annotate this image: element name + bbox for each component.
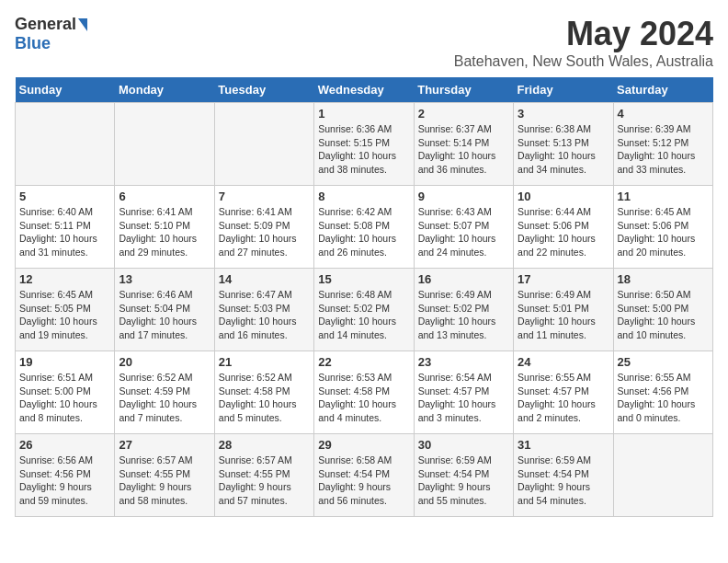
day-number: 2 (418, 107, 509, 121)
page-header: General Blue May 2024 Batehaven, New Sou… (15, 15, 713, 70)
calendar-cell: 27Sunrise: 6:57 AM Sunset: 4:55 PM Dayli… (115, 434, 214, 517)
day-number: 17 (518, 272, 609, 286)
day-number: 29 (318, 438, 409, 452)
calendar-cell: 13Sunrise: 6:46 AM Sunset: 5:04 PM Dayli… (115, 269, 214, 351)
day-info: Sunrise: 6:49 AM Sunset: 5:01 PM Dayligh… (518, 288, 609, 342)
calendar-header-row: SundayMondayTuesdayWednesdayThursdayFrid… (16, 77, 713, 103)
day-info: Sunrise: 6:55 AM Sunset: 4:56 PM Dayligh… (618, 371, 709, 425)
day-number: 3 (518, 107, 609, 121)
logo: General Blue (15, 15, 87, 53)
logo-general-text: General (15, 15, 76, 34)
day-number: 16 (418, 272, 509, 286)
day-info: Sunrise: 6:40 AM Sunset: 5:11 PM Dayligh… (19, 205, 110, 259)
calendar-cell: 24Sunrise: 6:55 AM Sunset: 4:57 PM Dayli… (514, 351, 613, 434)
day-number: 14 (219, 272, 310, 286)
calendar-cell: 23Sunrise: 6:54 AM Sunset: 4:57 PM Dayli… (414, 351, 513, 434)
day-number: 20 (119, 355, 210, 369)
day-info: Sunrise: 6:38 AM Sunset: 5:13 PM Dayligh… (518, 122, 609, 177)
calendar-cell: 15Sunrise: 6:48 AM Sunset: 5:02 PM Dayli… (314, 269, 414, 351)
day-number: 25 (618, 355, 709, 369)
day-number: 8 (318, 190, 409, 203)
day-info: Sunrise: 6:43 AM Sunset: 5:07 PM Dayligh… (418, 205, 509, 259)
day-info: Sunrise: 6:39 AM Sunset: 5:12 PM Dayligh… (618, 122, 709, 177)
day-number: 18 (618, 272, 709, 286)
day-number: 15 (318, 272, 409, 286)
day-number: 30 (418, 438, 509, 452)
calendar-cell (214, 103, 313, 186)
day-info: Sunrise: 6:56 AM Sunset: 4:56 PM Dayligh… (19, 454, 110, 508)
day-info: Sunrise: 6:58 AM Sunset: 4:54 PM Dayligh… (318, 454, 409, 508)
day-number: 22 (318, 355, 409, 369)
calendar-cell: 20Sunrise: 6:52 AM Sunset: 4:59 PM Dayli… (115, 351, 214, 434)
day-number: 27 (119, 438, 210, 452)
calendar-table: SundayMondayTuesdayWednesdayThursdayFrid… (15, 77, 713, 517)
day-number: 23 (418, 355, 509, 369)
calendar-cell: 25Sunrise: 6:55 AM Sunset: 4:56 PM Dayli… (613, 351, 712, 434)
calendar-cell: 1Sunrise: 6:36 AM Sunset: 5:15 PM Daylig… (314, 103, 414, 186)
calendar-cell: 26Sunrise: 6:56 AM Sunset: 4:56 PM Dayli… (16, 434, 115, 517)
day-number: 10 (518, 190, 609, 203)
day-number: 1 (318, 107, 409, 121)
day-number: 6 (119, 190, 210, 203)
day-number: 4 (618, 107, 709, 121)
day-number: 12 (19, 272, 110, 286)
calendar-cell: 12Sunrise: 6:45 AM Sunset: 5:05 PM Dayli… (16, 269, 115, 351)
logo-triangle-icon (78, 18, 87, 31)
day-info: Sunrise: 6:45 AM Sunset: 5:06 PM Dayligh… (618, 205, 709, 259)
day-info: Sunrise: 6:53 AM Sunset: 4:58 PM Dayligh… (318, 371, 409, 425)
day-info: Sunrise: 6:59 AM Sunset: 4:54 PM Dayligh… (418, 454, 509, 508)
day-number: 24 (518, 355, 609, 369)
day-info: Sunrise: 6:47 AM Sunset: 5:03 PM Dayligh… (219, 288, 310, 342)
calendar-cell: 29Sunrise: 6:58 AM Sunset: 4:54 PM Dayli… (314, 434, 414, 517)
calendar-cell: 9Sunrise: 6:43 AM Sunset: 5:07 PM Daylig… (414, 186, 513, 269)
day-info: Sunrise: 6:49 AM Sunset: 5:02 PM Dayligh… (418, 288, 509, 342)
day-info: Sunrise: 6:51 AM Sunset: 5:00 PM Dayligh… (19, 371, 110, 425)
day-number: 9 (418, 190, 509, 203)
title-section: May 2024 Batehaven, New South Wales, Aus… (454, 15, 713, 70)
calendar-cell: 8Sunrise: 6:42 AM Sunset: 5:08 PM Daylig… (314, 186, 414, 269)
calendar-cell: 18Sunrise: 6:50 AM Sunset: 5:00 PM Dayli… (613, 269, 712, 351)
day-info: Sunrise: 6:55 AM Sunset: 4:57 PM Dayligh… (518, 371, 609, 425)
day-number: 11 (618, 190, 709, 203)
calendar-week-row: 1Sunrise: 6:36 AM Sunset: 5:15 PM Daylig… (16, 103, 713, 186)
calendar-cell: 16Sunrise: 6:49 AM Sunset: 5:02 PM Dayli… (414, 269, 513, 351)
calendar-cell: 21Sunrise: 6:52 AM Sunset: 4:58 PM Dayli… (214, 351, 313, 434)
header-tuesday: Tuesday (214, 77, 313, 103)
header-saturday: Saturday (613, 77, 712, 103)
month-year-title: May 2024 (454, 15, 713, 53)
calendar-cell: 4Sunrise: 6:39 AM Sunset: 5:12 PM Daylig… (613, 103, 712, 186)
calendar-cell: 2Sunrise: 6:37 AM Sunset: 5:14 PM Daylig… (414, 103, 513, 186)
header-monday: Monday (115, 77, 214, 103)
calendar-cell: 7Sunrise: 6:41 AM Sunset: 5:09 PM Daylig… (214, 186, 313, 269)
calendar-cell (16, 103, 115, 186)
day-info: Sunrise: 6:52 AM Sunset: 4:58 PM Dayligh… (219, 371, 310, 425)
calendar-cell (613, 434, 712, 517)
day-number: 13 (119, 272, 210, 286)
calendar-cell: 10Sunrise: 6:44 AM Sunset: 5:06 PM Dayli… (514, 186, 613, 269)
calendar-cell: 14Sunrise: 6:47 AM Sunset: 5:03 PM Dayli… (214, 269, 313, 351)
calendar-cell: 17Sunrise: 6:49 AM Sunset: 5:01 PM Dayli… (514, 269, 613, 351)
calendar-cell: 19Sunrise: 6:51 AM Sunset: 5:00 PM Dayli… (16, 351, 115, 434)
header-thursday: Thursday (414, 77, 513, 103)
calendar-week-row: 5Sunrise: 6:40 AM Sunset: 5:11 PM Daylig… (16, 186, 713, 269)
calendar-cell: 30Sunrise: 6:59 AM Sunset: 4:54 PM Dayli… (414, 434, 513, 517)
day-info: Sunrise: 6:41 AM Sunset: 5:10 PM Dayligh… (119, 205, 210, 259)
day-number: 19 (19, 355, 110, 369)
calendar-cell: 5Sunrise: 6:40 AM Sunset: 5:11 PM Daylig… (16, 186, 115, 269)
calendar-week-row: 19Sunrise: 6:51 AM Sunset: 5:00 PM Dayli… (16, 351, 713, 434)
calendar-cell: 28Sunrise: 6:57 AM Sunset: 4:55 PM Dayli… (214, 434, 313, 517)
day-info: Sunrise: 6:52 AM Sunset: 4:59 PM Dayligh… (119, 371, 210, 425)
calendar-week-row: 12Sunrise: 6:45 AM Sunset: 5:05 PM Dayli… (16, 269, 713, 351)
day-number: 7 (219, 190, 310, 203)
day-info: Sunrise: 6:45 AM Sunset: 5:05 PM Dayligh… (19, 288, 110, 342)
day-number: 31 (518, 438, 609, 452)
day-number: 21 (219, 355, 310, 369)
calendar-cell: 6Sunrise: 6:41 AM Sunset: 5:10 PM Daylig… (115, 186, 214, 269)
calendar-cell: 11Sunrise: 6:45 AM Sunset: 5:06 PM Dayli… (613, 186, 712, 269)
day-info: Sunrise: 6:37 AM Sunset: 5:14 PM Dayligh… (418, 122, 509, 177)
calendar-week-row: 26Sunrise: 6:56 AM Sunset: 4:56 PM Dayli… (16, 434, 713, 517)
header-friday: Friday (514, 77, 613, 103)
calendar-cell: 22Sunrise: 6:53 AM Sunset: 4:58 PM Dayli… (314, 351, 414, 434)
day-info: Sunrise: 6:57 AM Sunset: 4:55 PM Dayligh… (119, 454, 210, 508)
day-info: Sunrise: 6:50 AM Sunset: 5:00 PM Dayligh… (618, 288, 709, 342)
